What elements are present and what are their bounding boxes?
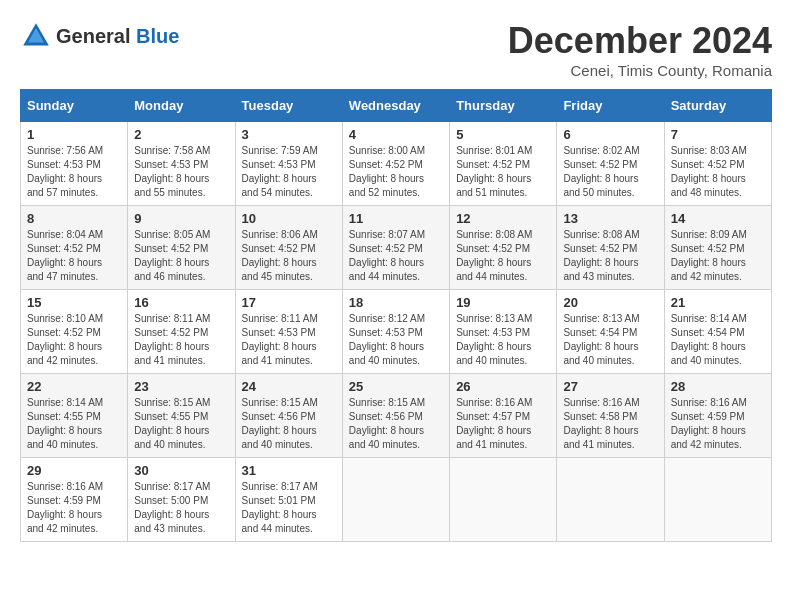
day-number: 3 bbox=[242, 127, 336, 142]
day-info: Sunrise: 8:00 AM Sunset: 4:52 PM Dayligh… bbox=[349, 144, 443, 200]
calendar-cell: 7 Sunrise: 8:03 AM Sunset: 4:52 PM Dayli… bbox=[664, 122, 771, 206]
page-header: General Blue December 2024 Cenei, Timis … bbox=[20, 20, 772, 79]
day-header-saturday: Saturday bbox=[664, 90, 771, 122]
day-info: Sunrise: 7:56 AM Sunset: 4:53 PM Dayligh… bbox=[27, 144, 121, 200]
day-info: Sunrise: 8:13 AM Sunset: 4:53 PM Dayligh… bbox=[456, 312, 550, 368]
day-number: 10 bbox=[242, 211, 336, 226]
day-info: Sunrise: 8:09 AM Sunset: 4:52 PM Dayligh… bbox=[671, 228, 765, 284]
calendar-cell: 4 Sunrise: 8:00 AM Sunset: 4:52 PM Dayli… bbox=[342, 122, 449, 206]
day-number: 24 bbox=[242, 379, 336, 394]
day-number: 22 bbox=[27, 379, 121, 394]
day-number: 18 bbox=[349, 295, 443, 310]
calendar-cell: 28 Sunrise: 8:16 AM Sunset: 4:59 PM Dayl… bbox=[664, 374, 771, 458]
calendar-cell: 20 Sunrise: 8:13 AM Sunset: 4:54 PM Dayl… bbox=[557, 290, 664, 374]
day-info: Sunrise: 8:16 AM Sunset: 4:59 PM Dayligh… bbox=[27, 480, 121, 536]
calendar-cell: 1 Sunrise: 7:56 AM Sunset: 4:53 PM Dayli… bbox=[21, 122, 128, 206]
day-info: Sunrise: 8:08 AM Sunset: 4:52 PM Dayligh… bbox=[456, 228, 550, 284]
day-info: Sunrise: 8:15 AM Sunset: 4:56 PM Dayligh… bbox=[349, 396, 443, 452]
day-number: 12 bbox=[456, 211, 550, 226]
calendar-cell: 3 Sunrise: 7:59 AM Sunset: 4:53 PM Dayli… bbox=[235, 122, 342, 206]
day-info: Sunrise: 8:04 AM Sunset: 4:52 PM Dayligh… bbox=[27, 228, 121, 284]
logo-general-text: General bbox=[56, 25, 130, 47]
day-info: Sunrise: 8:16 AM Sunset: 4:58 PM Dayligh… bbox=[563, 396, 657, 452]
calendar-cell bbox=[342, 458, 449, 542]
calendar-cell: 18 Sunrise: 8:12 AM Sunset: 4:53 PM Dayl… bbox=[342, 290, 449, 374]
calendar-cell: 16 Sunrise: 8:11 AM Sunset: 4:52 PM Dayl… bbox=[128, 290, 235, 374]
calendar-cell: 5 Sunrise: 8:01 AM Sunset: 4:52 PM Dayli… bbox=[450, 122, 557, 206]
day-info: Sunrise: 8:08 AM Sunset: 4:52 PM Dayligh… bbox=[563, 228, 657, 284]
calendar-cell: 2 Sunrise: 7:58 AM Sunset: 4:53 PM Dayli… bbox=[128, 122, 235, 206]
day-number: 11 bbox=[349, 211, 443, 226]
calendar-cell: 14 Sunrise: 8:09 AM Sunset: 4:52 PM Dayl… bbox=[664, 206, 771, 290]
day-info: Sunrise: 8:16 AM Sunset: 4:59 PM Dayligh… bbox=[671, 396, 765, 452]
day-number: 14 bbox=[671, 211, 765, 226]
day-number: 8 bbox=[27, 211, 121, 226]
day-number: 17 bbox=[242, 295, 336, 310]
day-info: Sunrise: 8:07 AM Sunset: 4:52 PM Dayligh… bbox=[349, 228, 443, 284]
calendar-cell: 23 Sunrise: 8:15 AM Sunset: 4:55 PM Dayl… bbox=[128, 374, 235, 458]
calendar-cell: 21 Sunrise: 8:14 AM Sunset: 4:54 PM Dayl… bbox=[664, 290, 771, 374]
day-number: 28 bbox=[671, 379, 765, 394]
calendar-cell: 22 Sunrise: 8:14 AM Sunset: 4:55 PM Dayl… bbox=[21, 374, 128, 458]
day-number: 21 bbox=[671, 295, 765, 310]
calendar-header-row: SundayMondayTuesdayWednesdayThursdayFrid… bbox=[21, 90, 772, 122]
day-number: 1 bbox=[27, 127, 121, 142]
calendar-week-row: 1 Sunrise: 7:56 AM Sunset: 4:53 PM Dayli… bbox=[21, 122, 772, 206]
month-title: December 2024 bbox=[508, 20, 772, 62]
day-info: Sunrise: 8:16 AM Sunset: 4:57 PM Dayligh… bbox=[456, 396, 550, 452]
day-header-friday: Friday bbox=[557, 90, 664, 122]
calendar-cell: 8 Sunrise: 8:04 AM Sunset: 4:52 PM Dayli… bbox=[21, 206, 128, 290]
day-header-wednesday: Wednesday bbox=[342, 90, 449, 122]
day-info: Sunrise: 8:12 AM Sunset: 4:53 PM Dayligh… bbox=[349, 312, 443, 368]
day-info: Sunrise: 8:17 AM Sunset: 5:01 PM Dayligh… bbox=[242, 480, 336, 536]
day-info: Sunrise: 7:59 AM Sunset: 4:53 PM Dayligh… bbox=[242, 144, 336, 200]
day-number: 15 bbox=[27, 295, 121, 310]
calendar-week-row: 29 Sunrise: 8:16 AM Sunset: 4:59 PM Dayl… bbox=[21, 458, 772, 542]
calendar-cell: 17 Sunrise: 8:11 AM Sunset: 4:53 PM Dayl… bbox=[235, 290, 342, 374]
day-number: 9 bbox=[134, 211, 228, 226]
location-subtitle: Cenei, Timis County, Romania bbox=[508, 62, 772, 79]
calendar-cell bbox=[557, 458, 664, 542]
day-number: 31 bbox=[242, 463, 336, 478]
day-info: Sunrise: 7:58 AM Sunset: 4:53 PM Dayligh… bbox=[134, 144, 228, 200]
calendar-cell: 27 Sunrise: 8:16 AM Sunset: 4:58 PM Dayl… bbox=[557, 374, 664, 458]
day-number: 2 bbox=[134, 127, 228, 142]
day-number: 29 bbox=[27, 463, 121, 478]
day-number: 7 bbox=[671, 127, 765, 142]
logo-blue-text: Blue bbox=[136, 25, 179, 47]
day-info: Sunrise: 8:15 AM Sunset: 4:55 PM Dayligh… bbox=[134, 396, 228, 452]
day-number: 19 bbox=[456, 295, 550, 310]
day-info: Sunrise: 8:11 AM Sunset: 4:53 PM Dayligh… bbox=[242, 312, 336, 368]
calendar-cell bbox=[664, 458, 771, 542]
day-info: Sunrise: 8:06 AM Sunset: 4:52 PM Dayligh… bbox=[242, 228, 336, 284]
calendar-cell bbox=[450, 458, 557, 542]
calendar-cell: 9 Sunrise: 8:05 AM Sunset: 4:52 PM Dayli… bbox=[128, 206, 235, 290]
day-info: Sunrise: 8:14 AM Sunset: 4:55 PM Dayligh… bbox=[27, 396, 121, 452]
calendar-cell: 11 Sunrise: 8:07 AM Sunset: 4:52 PM Dayl… bbox=[342, 206, 449, 290]
calendar-cell: 29 Sunrise: 8:16 AM Sunset: 4:59 PM Dayl… bbox=[21, 458, 128, 542]
calendar-cell: 15 Sunrise: 8:10 AM Sunset: 4:52 PM Dayl… bbox=[21, 290, 128, 374]
day-number: 30 bbox=[134, 463, 228, 478]
calendar-week-row: 8 Sunrise: 8:04 AM Sunset: 4:52 PM Dayli… bbox=[21, 206, 772, 290]
day-number: 5 bbox=[456, 127, 550, 142]
calendar-cell: 10 Sunrise: 8:06 AM Sunset: 4:52 PM Dayl… bbox=[235, 206, 342, 290]
day-number: 13 bbox=[563, 211, 657, 226]
day-info: Sunrise: 8:11 AM Sunset: 4:52 PM Dayligh… bbox=[134, 312, 228, 368]
day-header-monday: Monday bbox=[128, 90, 235, 122]
calendar-cell: 31 Sunrise: 8:17 AM Sunset: 5:01 PM Dayl… bbox=[235, 458, 342, 542]
calendar-cell: 24 Sunrise: 8:15 AM Sunset: 4:56 PM Dayl… bbox=[235, 374, 342, 458]
day-number: 27 bbox=[563, 379, 657, 394]
day-number: 26 bbox=[456, 379, 550, 394]
day-number: 4 bbox=[349, 127, 443, 142]
day-number: 16 bbox=[134, 295, 228, 310]
day-info: Sunrise: 8:17 AM Sunset: 5:00 PM Dayligh… bbox=[134, 480, 228, 536]
day-number: 6 bbox=[563, 127, 657, 142]
calendar-cell: 25 Sunrise: 8:15 AM Sunset: 4:56 PM Dayl… bbox=[342, 374, 449, 458]
calendar-cell: 26 Sunrise: 8:16 AM Sunset: 4:57 PM Dayl… bbox=[450, 374, 557, 458]
day-info: Sunrise: 8:05 AM Sunset: 4:52 PM Dayligh… bbox=[134, 228, 228, 284]
calendar-week-row: 15 Sunrise: 8:10 AM Sunset: 4:52 PM Dayl… bbox=[21, 290, 772, 374]
day-number: 23 bbox=[134, 379, 228, 394]
logo: General Blue bbox=[20, 20, 179, 52]
day-header-tuesday: Tuesday bbox=[235, 90, 342, 122]
title-block: December 2024 Cenei, Timis County, Roman… bbox=[508, 20, 772, 79]
